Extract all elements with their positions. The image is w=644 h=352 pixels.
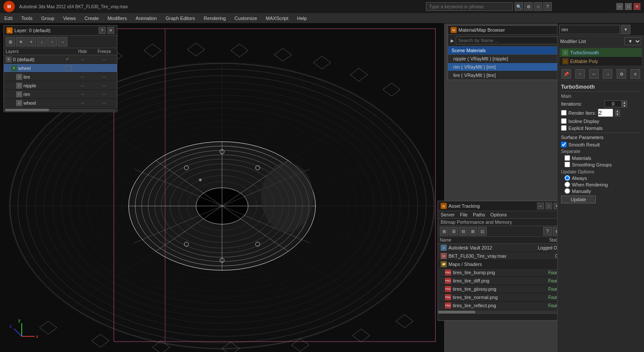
rp-move-button[interactable]: ↑ — [575, 69, 585, 79]
layer-row-tire[interactable]: □ tire ─ ─ — [4, 73, 117, 81]
layer-row-wheel[interactable]: ≡ wheel ─ ─ — [4, 64, 117, 73]
bookmark-icon[interactable]: ☆ — [534, 2, 542, 11]
at-menu-file[interactable]: File — [460, 212, 468, 217]
layer-move-right-button[interactable]: → — [58, 37, 67, 46]
layer-manager-title: Layer: 0 (default) — [14, 28, 50, 33]
at-tb-help[interactable]: ? — [543, 227, 552, 236]
menu-animation[interactable]: Animation — [131, 13, 161, 23]
mb-material-nipple[interactable]: nipple ( VRayMtl ) [nipple] — [448, 55, 569, 63]
at-tb-2[interactable]: ☰ — [449, 227, 458, 236]
at-row-normal[interactable]: PNG tires_tire_normal.png Found — [438, 293, 563, 302]
render-iters-input[interactable] — [598, 109, 613, 117]
at-tb-1[interactable]: ⊞ — [440, 227, 448, 236]
menu-help[interactable]: Help — [293, 13, 312, 23]
at-row-diff[interactable]: PNG tires_tire_diff.png Found — [438, 277, 563, 285]
iterations-label: Iterations: — [561, 101, 604, 106]
layer-row-nipple[interactable]: □ nipple ─ ─ — [4, 81, 117, 90]
right-panel-toolbar2: 📌 ↑ ─ → ⚙ ≡ — [558, 67, 644, 81]
layer-add-button[interactable]: + — [27, 37, 36, 46]
at-menu-server[interactable]: Server — [441, 212, 455, 217]
materials-row: Materials — [561, 155, 641, 161]
menu-views[interactable]: Views — [59, 13, 80, 23]
rp-tb-arrow[interactable]: ▼ — [621, 25, 631, 34]
at-row-maps[interactable]: 📁 Maps / Shaders — [438, 260, 563, 269]
layer-manager-close-button[interactable]: ✕ — [107, 27, 114, 34]
layer-delete-button[interactable]: ✕ — [16, 37, 26, 46]
restore-button[interactable]: □ — [625, 3, 632, 10]
search-input[interactable] — [426, 2, 513, 11]
menu-tools[interactable]: Tools — [17, 13, 37, 23]
layer-scrollbar[interactable] — [4, 107, 117, 112]
render-iters-checkbox[interactable] — [561, 110, 567, 116]
always-radio[interactable] — [564, 175, 570, 181]
update-button[interactable]: Update — [561, 196, 596, 203]
at-tb-3[interactable]: ⊟ — [459, 227, 468, 236]
at-menu-paths[interactable]: Paths — [473, 212, 485, 217]
when-rendering-radio[interactable] — [564, 182, 570, 187]
search-magnify-icon[interactable]: 🔍 — [515, 2, 523, 11]
materials-checkbox[interactable] — [564, 155, 570, 161]
layer-row-rim[interactable]: □ rim ─ ─ — [4, 90, 117, 99]
rp-configure-button[interactable]: ⚙ — [617, 69, 626, 79]
layer-row-default[interactable]: ≡ 0 (default) ✓ ─ ─ — [4, 55, 117, 64]
smooth-result-checkbox[interactable] — [561, 142, 567, 147]
asset-tracking-icon: A — [441, 203, 447, 209]
help-icon[interactable]: ? — [543, 2, 552, 11]
mb-search-input[interactable] — [456, 37, 566, 44]
menu-create[interactable]: Create — [80, 13, 103, 23]
modifier-turbosmooth[interactable]: ✓ TurboSmooth — [560, 48, 642, 57]
smoothing-groups-checkbox[interactable] — [564, 162, 570, 167]
at-menu-options[interactable]: Options — [490, 212, 507, 217]
search-options-icon[interactable]: ⚙ — [524, 2, 533, 11]
menu-modifiers[interactable]: Modifiers — [103, 13, 131, 23]
mb-search-arrow-icon: ▶ — [451, 38, 454, 43]
menu-customize[interactable]: Customize — [230, 13, 262, 23]
menu-edit[interactable]: Edit — [0, 13, 17, 23]
at-restore-button[interactable]: □ — [545, 203, 552, 209]
menu-group[interactable]: Group — [37, 13, 59, 23]
modifier-list-dropdown[interactable]: ▼ — [624, 37, 641, 45]
mb-material-rim[interactable]: rim ( VRayMtl ) [rim] — [448, 63, 569, 71]
mb-scene-materials-header[interactable]: Scene Materials ▼ — [448, 46, 569, 55]
svg-text:x: x — [36, 334, 38, 339]
layer-move-up-button[interactable]: ↑ — [47, 37, 57, 46]
at-horizontal-scrollbar[interactable] — [438, 310, 563, 313]
rp-pin-button[interactable]: 📌 — [561, 69, 571, 79]
at-row-glossy[interactable]: PNG tires_tire_glossy.png Found — [438, 285, 563, 293]
mb-material-tire[interactable]: tire ( VRayMtl ) [tire] — [448, 71, 569, 80]
right-panel-label-input[interactable] — [559, 25, 620, 34]
materials-label: Materials — [572, 156, 591, 161]
menu-rendering[interactable]: Rendering — [199, 13, 230, 23]
layer-manager-help-button[interactable]: ? — [99, 27, 106, 34]
at-tb-5[interactable]: ⊡ — [478, 227, 487, 236]
at-tb-4[interactable]: ⊞ — [468, 227, 477, 236]
explicit-normals-checkbox[interactable] — [561, 125, 567, 131]
iterations-input[interactable] — [604, 100, 622, 107]
right-panel: ▼ Modifier List ▼ ✓ TurboSmooth □ Editab… — [557, 23, 644, 352]
layer-move-down-button[interactable]: ↓ — [37, 37, 46, 46]
at-row-reflect[interactable]: PNG tires_tire_reflect.png Found — [438, 302, 563, 310]
at-row-max[interactable]: M BKT_FL630_Tire_vray.max Ok — [438, 252, 563, 260]
minimize-button[interactable]: ─ — [616, 3, 623, 10]
layer-icon-tire: □ — [16, 74, 22, 80]
material-browser-icon: M — [451, 27, 457, 33]
rp-options-button[interactable]: ≡ — [631, 69, 640, 79]
isoline-checkbox[interactable] — [561, 118, 567, 124]
layer-row-wheel-obj[interactable]: □ wheel ─ ─ — [4, 99, 117, 107]
modifier-editable-poly[interactable]: □ Editable Poly — [560, 57, 642, 66]
at-minimize-button[interactable]: ─ — [537, 203, 544, 209]
layer-new-button[interactable]: ⊞ — [6, 37, 15, 46]
rp-show-button[interactable]: → — [603, 69, 612, 79]
render-iters-up[interactable]: ▲ — [615, 110, 620, 113]
menu-maxscript[interactable]: MAXScript — [262, 13, 293, 23]
layer-manager-icon: L — [7, 27, 13, 33]
rp-delete-button[interactable]: ─ — [589, 69, 599, 79]
manually-radio[interactable] — [564, 188, 570, 194]
iterations-down[interactable]: ▼ — [622, 104, 627, 107]
render-iters-down[interactable]: ▼ — [615, 113, 620, 116]
menu-graph-editors[interactable]: Graph Editors — [161, 13, 199, 23]
at-row-bump[interactable]: PNG tires_tire_bump.png Found — [438, 269, 563, 277]
at-row-vault[interactable]: V Autodesk Vault 2012 Logged O... — [438, 244, 563, 252]
close-button[interactable]: ✕ — [634, 3, 641, 10]
iterations-up[interactable]: ▲ — [622, 100, 627, 104]
